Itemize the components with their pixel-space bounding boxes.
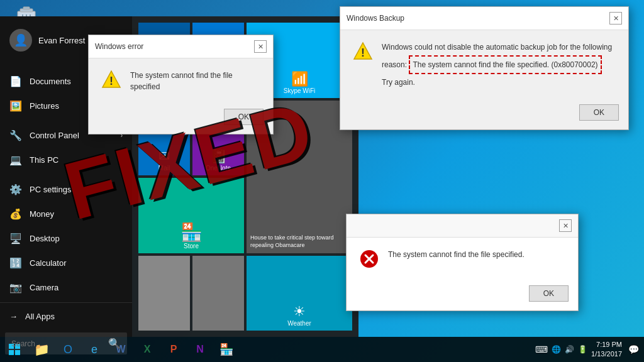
- taskbar-powerpoint[interactable]: P: [160, 337, 187, 362]
- this-pc-icon: 💻: [9, 154, 22, 166]
- avatar: 👤: [9, 29, 32, 52]
- warning-icon-1: !: [101, 70, 121, 90]
- error-icon-3: [359, 249, 379, 269]
- search-bar[interactable]: 🔍: [5, 332, 127, 354]
- calculator-icon: 🔢: [9, 257, 22, 269]
- clock-date: 1/13/2017: [591, 349, 622, 359]
- svg-text:!: !: [109, 75, 113, 87]
- control-panel-icon: 🔧: [9, 129, 22, 141]
- volume-icon[interactable]: 🔊: [565, 345, 574, 354]
- all-apps-button[interactable]: → All Apps: [0, 305, 132, 327]
- battery-icon: 🔋: [578, 345, 587, 354]
- taskbar-store[interactable]: 🏪: [213, 337, 240, 362]
- taskbar-clock[interactable]: 7:19 PM 1/13/2017: [591, 340, 622, 359]
- dialog-titlebar-backup: Windows Backup ✕: [340, 7, 628, 30]
- dialog-footer-backup: OK: [340, 99, 628, 129]
- desktop: Recycle Bin 👤 Evan Forrest 📄 Documents 🖼…: [0, 0, 644, 362]
- desktop-icon: 🖥️: [9, 233, 22, 244]
- pictures-icon: 🖼️: [9, 100, 22, 112]
- dialog-title-backup: Windows Backup: [347, 14, 404, 23]
- windows-backup-dialog: Windows Backup ✕ ! Windows could not dis…: [340, 6, 629, 130]
- separator: [0, 302, 132, 303]
- dialog-body-3: The system cannot find the file specifie…: [347, 238, 578, 280]
- dialog-titlebar-3: ✕: [347, 214, 578, 238]
- dialog-ok-button-3[interactable]: OK: [529, 285, 569, 302]
- tile-weather[interactable]: ☀ Weather: [247, 256, 352, 331]
- all-apps-arrow: →: [9, 312, 18, 321]
- taskbar-onenote[interactable]: N: [187, 337, 213, 362]
- dialog-body-backup: ! Windows could not disable the automati…: [340, 30, 628, 99]
- dialog-close-1[interactable]: ✕: [254, 40, 267, 53]
- money-icon: 💰: [9, 208, 22, 220]
- svg-rect-2: [23, 7, 30, 9]
- taskbar-excel[interactable]: X: [134, 337, 160, 362]
- network-icon[interactable]: 🌐: [552, 345, 561, 354]
- svg-text:!: !: [361, 47, 365, 59]
- keyboard-icon[interactable]: ⌨: [535, 344, 548, 354]
- dialog-message-3: The system cannot find the file specifie…: [388, 249, 565, 260]
- dialog-close-backup[interactable]: ✕: [609, 12, 622, 25]
- generic-error-dialog: ✕ The system cannot find the file specif…: [346, 214, 579, 311]
- error-highlight: The system cannot find the file specifie…: [409, 55, 601, 74]
- dialog-footer-3: OK: [347, 280, 578, 310]
- username: Evan Forrest: [38, 36, 85, 45]
- dialog-close-3[interactable]: ✕: [559, 219, 572, 232]
- dialog-ok-button-backup[interactable]: OK: [579, 104, 619, 121]
- sidebar-item-calculator[interactable]: 🔢 Calculator: [0, 251, 132, 275]
- dialog-text-backup: Windows could not disable the automatic …: [382, 41, 616, 88]
- dialog-titlebar-1: Windows error ✕: [89, 35, 273, 58]
- search-input[interactable]: [11, 339, 108, 348]
- documents-icon: 📄: [9, 75, 22, 87]
- dialog-title-1: Windows error: [95, 42, 143, 51]
- tile-extra2[interactable]: [192, 256, 244, 331]
- tile-extra1[interactable]: [138, 256, 190, 331]
- camera-icon: 📷: [9, 282, 22, 293]
- search-icon: 🔍: [108, 337, 121, 349]
- sidebar-item-desktop[interactable]: 🖥️ Desktop: [0, 226, 132, 251]
- sidebar-item-camera[interactable]: 📷 Camera: [0, 275, 132, 300]
- dialog-message-1: The system cannot find the file specifie…: [130, 70, 260, 92]
- warning-icon-backup: !: [353, 41, 373, 62]
- pc-settings-icon: ⚙️: [9, 184, 22, 195]
- clock-time: 7:19 PM: [591, 340, 622, 349]
- taskbar-tray: ⌨ 🌐 🔊 🔋 7:19 PM 1/13/2017 💬: [535, 340, 644, 359]
- notification-icon[interactable]: 💬: [628, 344, 639, 354]
